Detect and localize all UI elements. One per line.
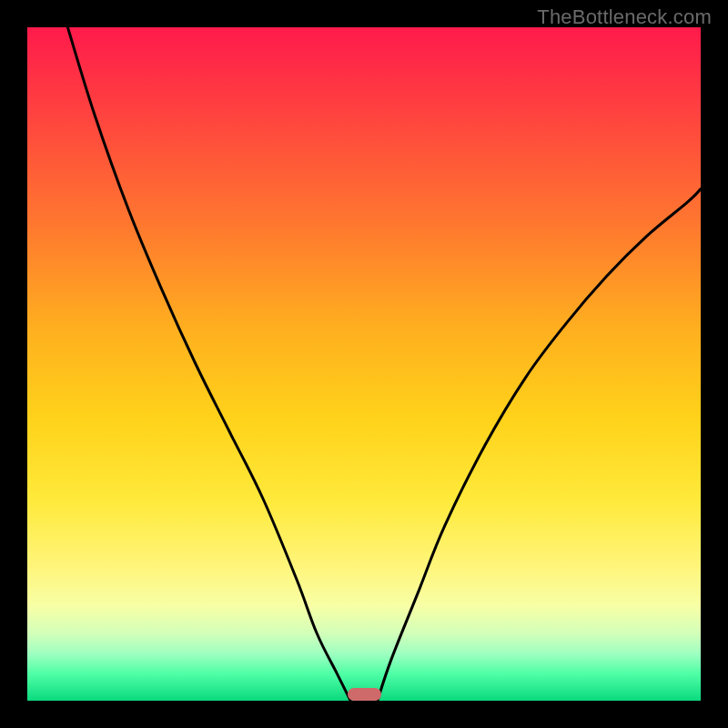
outer-frame: TheBottleneck.com — [0, 0, 728, 728]
watermark-text: TheBottleneck.com — [537, 5, 712, 29]
plot-area — [27, 27, 701, 701]
min-marker — [348, 688, 381, 701]
right-branch-curve — [378, 189, 701, 701]
left-branch-curve — [67, 27, 350, 701]
curve-layer — [27, 27, 701, 701]
